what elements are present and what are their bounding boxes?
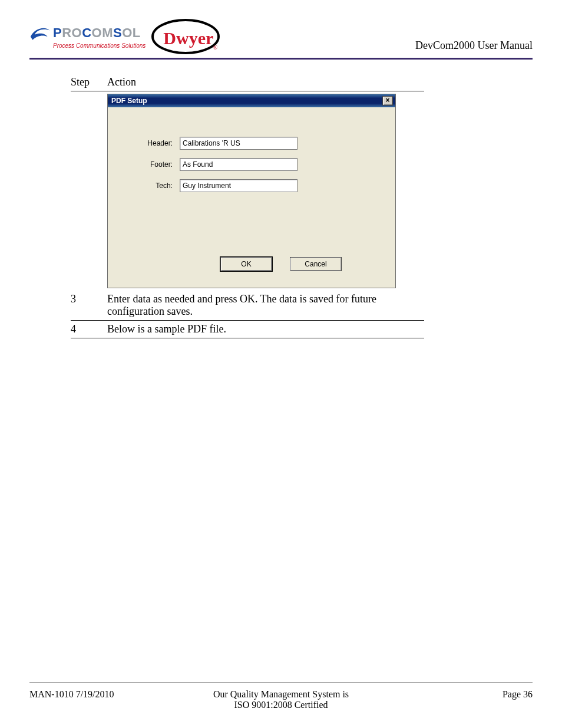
footer-field[interactable] [180, 158, 297, 171]
ok-button[interactable]: OK [220, 257, 272, 271]
step-action: Enter data as needed and press OK. The d… [107, 293, 424, 318]
footer-right: Page 36 [415, 689, 533, 700]
action-header: Action [107, 76, 424, 88]
procomsol-logo: PROCOMSOL Process Communications Solutio… [29, 25, 146, 49]
company-tagline: Process Communications Solutions [53, 42, 146, 49]
cancel-button[interactable]: Cancel [290, 257, 342, 271]
dialog-titlebar: PDF Setup × [108, 94, 395, 107]
page-header: PROCOMSOL Process Communications Solutio… [29, 18, 533, 60]
header-label: Header: [120, 139, 173, 147]
step-action: Below is a sample PDF file. [107, 323, 424, 335]
footer-center-line1: Our Quality Management System is [147, 689, 415, 700]
step-number: 3 [71, 293, 97, 318]
company-name: PROCOMSOL [53, 25, 141, 41]
footer-center-line2: ISO 9001:2008 Certified [147, 700, 415, 710]
tech-label: Tech: [120, 182, 173, 190]
dwyer-logo: Dwyer ® [150, 18, 221, 55]
header-field[interactable] [180, 137, 297, 150]
step-header: Step [71, 76, 97, 88]
page-footer: MAN-1010 7/19/2010 Our Quality Managemen… [29, 683, 533, 710]
close-icon[interactable]: × [382, 96, 393, 106]
table-row: 4 Below is a sample PDF file. [71, 321, 424, 338]
table-row: 3 Enter data as needed and press OK. The… [71, 291, 424, 321]
footer-label: Footer: [120, 160, 173, 169]
table-header-row: Step Action [71, 76, 424, 91]
dialog-title: PDF Setup [111, 97, 147, 105]
manual-title: DevCom2000 User Manual [415, 39, 533, 55]
tech-field[interactable] [180, 179, 297, 192]
footer-left: MAN-1010 7/19/2010 [29, 689, 147, 700]
step-number: 4 [71, 323, 97, 335]
swirl-icon [29, 25, 51, 41]
pdf-setup-dialog: PDF Setup × Header: Footer: Tech: [107, 94, 396, 288]
